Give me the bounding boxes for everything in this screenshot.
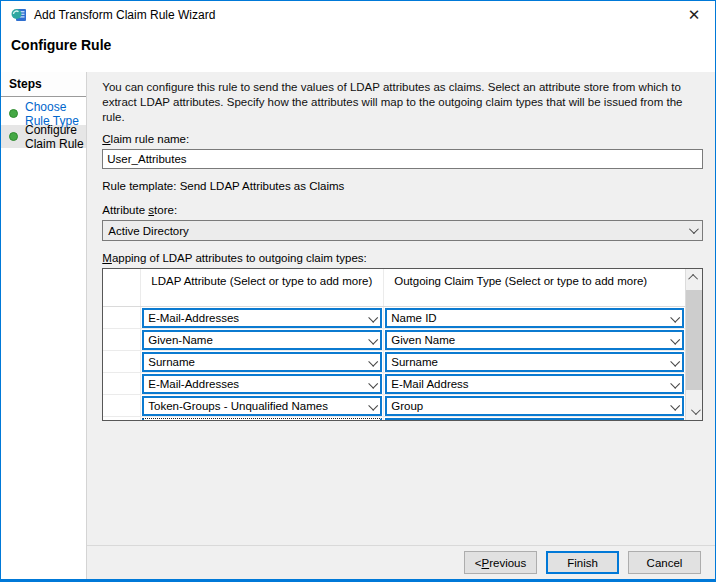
step-completed-icon <box>9 109 18 118</box>
ldap-attribute-select-3[interactable]: E-Mail-Addresses <box>142 374 382 394</box>
outgoing-claim-column-header: Outgoing Claim Type (Select or type to a… <box>384 269 685 288</box>
table-row-partial <box>103 417 685 421</box>
row-selector[interactable] <box>103 373 141 394</box>
attribute-store-select[interactable]: Active Directory <box>102 220 703 241</box>
ldap-attribute-select-5[interactable] <box>142 418 382 421</box>
ldap-attribute-select-2[interactable]: Surname <box>142 352 382 372</box>
sidebar-item-configure-claim-rule[interactable]: Configure Claim Rule <box>1 125 86 148</box>
table-row: E-Mail-Addresses Name ID <box>103 307 685 329</box>
mapping-label: Mapping of LDAP attributes to outgoing c… <box>102 252 703 264</box>
window-title: Add Transform Claim Rule Wizard <box>34 8 681 22</box>
scrollbar-thumb[interactable] <box>686 290 703 390</box>
row-selector[interactable] <box>103 351 141 372</box>
close-icon[interactable]: ✕ <box>681 4 707 26</box>
steps-title: Steps <box>1 72 86 97</box>
row-selector[interactable] <box>103 307 141 328</box>
page-title: Configure Rule <box>11 37 715 53</box>
finish-button[interactable]: Finish <box>546 551 619 574</box>
row-selector[interactable] <box>103 329 141 350</box>
step-completed-icon <box>9 132 18 141</box>
outgoing-claim-select-3[interactable]: E-Mail Address <box>385 374 684 394</box>
row-selector-header <box>103 269 141 306</box>
row-selector[interactable] <box>103 395 141 416</box>
chevron-down-icon <box>369 334 379 344</box>
chevron-down-icon <box>689 224 699 234</box>
cancel-button[interactable]: Cancel <box>628 551 701 574</box>
chevron-down-icon <box>670 400 680 410</box>
ldap-attribute-select-1[interactable]: Given-Name <box>142 330 382 350</box>
table-row: Given-Name Given Name <box>103 329 685 351</box>
wizard-window: Add Transform Claim Rule Wizard ✕ Config… <box>0 0 716 582</box>
chevron-down-icon <box>670 312 680 322</box>
chevron-down-icon <box>670 378 680 388</box>
chevron-down-icon <box>369 356 379 366</box>
mapping-table-header: LDAP Attribute (Select or type to add mo… <box>103 269 685 307</box>
attribute-store-label: Attribute store: <box>102 204 703 216</box>
ldap-attribute-select-4[interactable]: Token-Groups - Unqualified Names <box>142 396 382 416</box>
chevron-down-icon <box>369 312 379 322</box>
previous-button[interactable]: < Previous <box>464 551 537 574</box>
claim-rule-name-input[interactable] <box>102 149 703 169</box>
title-bar: Add Transform Claim Rule Wizard ✕ <box>1 1 715 29</box>
outgoing-claim-select-2[interactable]: Surname <box>385 352 684 372</box>
table-row: Surname Surname <box>103 351 685 373</box>
outgoing-claim-select-4[interactable]: Group <box>385 396 684 416</box>
mapping-table: LDAP Attribute (Select or type to add mo… <box>102 268 703 421</box>
table-row: Token-Groups - Unqualified Names Group <box>103 395 685 417</box>
wizard-button-bar: < Previous Finish Cancel <box>87 545 715 579</box>
chevron-down-icon <box>369 400 379 410</box>
steps-sidebar: Steps Choose Rule Type Configure Claim R… <box>1 72 87 579</box>
configure-rule-panel: You can configure this rule to send the … <box>87 72 715 545</box>
wizard-app-icon <box>11 7 27 23</box>
row-selector[interactable] <box>103 417 141 421</box>
rule-description: You can configure this rule to send the … <box>102 80 703 125</box>
ldap-attribute-select-0[interactable]: E-Mail-Addresses <box>142 308 382 328</box>
table-scrollbar[interactable] <box>685 269 702 420</box>
outgoing-claim-select-1[interactable]: Given Name <box>385 330 684 350</box>
outgoing-claim-select-5[interactable] <box>385 418 684 421</box>
chevron-down-icon <box>670 334 680 344</box>
claim-rule-name-label: Claim rule name: <box>102 133 703 145</box>
table-row: E-Mail-Addresses E-Mail Address <box>103 373 685 395</box>
rule-template-text: Rule template: Send LDAP Attributes as C… <box>102 180 703 192</box>
scrollbar-down-icon[interactable] <box>686 403 703 420</box>
ldap-attribute-column-header: LDAP Attribute (Select or type to add mo… <box>141 269 383 288</box>
page-header: Configure Rule <box>1 29 715 72</box>
chevron-down-icon <box>369 378 379 388</box>
outgoing-claim-select-0[interactable]: Name ID <box>385 308 684 328</box>
chevron-down-icon <box>670 356 680 366</box>
scrollbar-up-icon[interactable] <box>686 269 703 286</box>
